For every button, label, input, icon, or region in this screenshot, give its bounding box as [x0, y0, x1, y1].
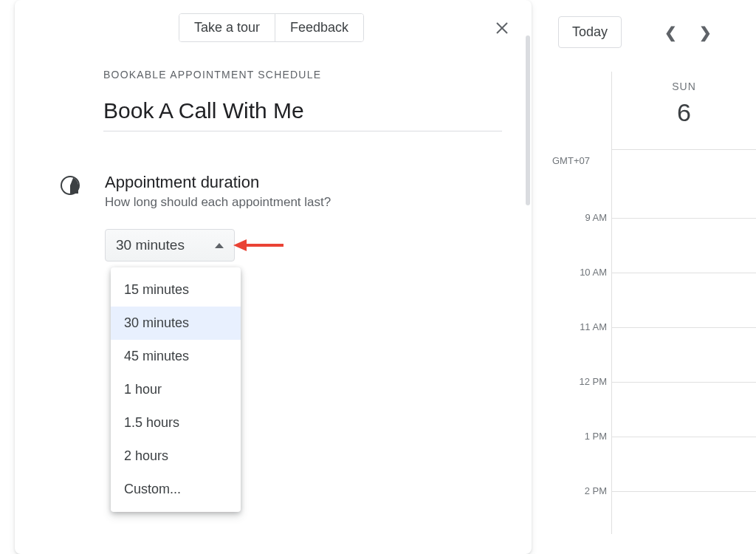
- day-of-month: 6: [612, 98, 756, 127]
- hour-grid: 9 AM 10 AM 11 AM 12 PM 1 PM 2 PM: [546, 150, 756, 534]
- prev-icon[interactable]: ❮: [664, 24, 677, 41]
- duration-option[interactable]: Custom...: [111, 473, 241, 506]
- duration-subtext: How long should each appointment last?: [105, 195, 515, 210]
- close-icon[interactable]: [489, 15, 515, 41]
- hour-row: 10 AM: [546, 273, 756, 327]
- dropdown-value: 30 minutes: [116, 237, 185, 253]
- duration-option[interactable]: 1.5 hours: [111, 406, 241, 440]
- panel-header: Take a tour Feedback: [31, 13, 515, 42]
- tour-feedback-group: Take a tour Feedback: [179, 13, 364, 42]
- duration-option[interactable]: 45 minutes: [111, 340, 241, 373]
- duration-dropdown[interactable]: 30 minutes: [105, 229, 235, 261]
- duration-label: Appointment duration: [105, 173, 515, 192]
- panel-scrollbar[interactable]: [526, 35, 530, 205]
- today-button[interactable]: Today: [558, 16, 622, 48]
- schedule-title-input[interactable]: [103, 95, 502, 131]
- take-tour-button[interactable]: Take a tour: [179, 14, 275, 41]
- next-icon[interactable]: ❯: [699, 24, 712, 41]
- appointment-schedule-panel: Take a tour Feedback BOOKABLE APPOINTMEN…: [15, 0, 532, 554]
- hour-row: 1 PM: [546, 437, 756, 491]
- duration-option[interactable]: 30 minutes: [111, 307, 241, 340]
- duration-option[interactable]: 15 minutes: [111, 273, 241, 307]
- hour-row: 2 PM: [546, 491, 756, 546]
- day-of-week: SUN: [612, 81, 756, 92]
- duration-section: Appointment duration How long should eac…: [61, 173, 515, 261]
- duration-option[interactable]: 2 hours: [111, 440, 241, 473]
- day-header: SUN 6: [611, 72, 756, 150]
- calendar-toolbar: Today ❮ ❯: [546, 0, 756, 72]
- annotation-arrow-icon: [233, 236, 285, 254]
- hour-row: 9 AM: [546, 218, 756, 273]
- feedback-button[interactable]: Feedback: [275, 14, 363, 41]
- chevron-up-icon: [215, 243, 224, 248]
- svg-marker-3: [233, 239, 247, 251]
- clock-icon: [61, 176, 80, 195]
- calendar-area: Today ❮ ❯ SUN 6 GMT+07 9 AM 10 AM 11 AM …: [546, 0, 756, 554]
- panel-overline: BOOKABLE APPOINTMENT SCHEDULE: [103, 69, 515, 81]
- hour-row: 11 AM: [546, 327, 756, 382]
- duration-option[interactable]: 1 hour: [111, 373, 241, 406]
- hour-row: 12 PM: [546, 382, 756, 437]
- duration-menu: 15 minutes 30 minutes 45 minutes 1 hour …: [111, 267, 241, 512]
